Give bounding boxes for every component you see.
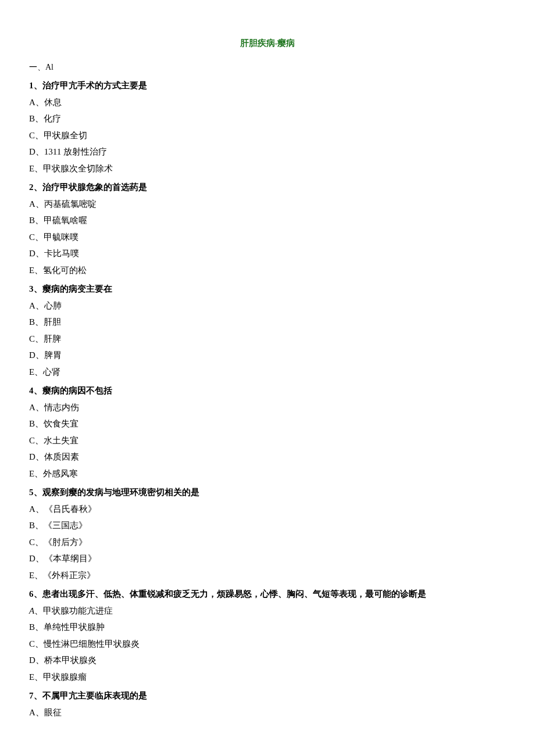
answer-option: D、桥本甲状腺炎 <box>29 652 506 669</box>
answer-option: B、肝胆 <box>29 314 506 331</box>
question-stem: 2、治疗甲状腺危象的首选药是 <box>29 179 506 196</box>
question-stem: 3、瘿病的病变主要在 <box>29 281 506 298</box>
answer-option: B、饮食失宜 <box>29 415 506 432</box>
answer-option: E、甲状腺次全切除术 <box>29 160 506 177</box>
answer-option: D、1311 放射性治疗 <box>29 144 506 160</box>
answer-option: E、氢化可的松 <box>29 262 506 279</box>
answer-option: A、丙基硫氯嘧啶 <box>29 196 506 213</box>
question-stem: 7、不属甲亢主要临床表现的是 <box>29 687 506 704</box>
answer-option: B、化疗 <box>29 110 506 127</box>
question-stem: 5、观察到瘿的发病与地理环境密切相关的是 <box>29 484 506 501</box>
answer-option: A、心肺 <box>29 298 506 314</box>
option-letter-italic: A <box>29 606 34 615</box>
answer-option: E、甲状腺腺瘤 <box>29 669 506 686</box>
question-stem: 6、患者出现多汗、低热、体重锐减和疲乏无力，烦躁易怒，心悸、胸闷、气短等表现，最… <box>29 586 506 603</box>
answer-option: A、《吕氏春秋》 <box>29 501 506 518</box>
answer-option: A、甲状腺功能亢进症 <box>29 603 506 619</box>
answer-option: B、甲硫氧啥喔 <box>29 212 506 229</box>
answer-option: C、甲毓咪噗 <box>29 229 506 246</box>
section-label: 一、Al <box>29 60 506 76</box>
document-page: 肝胆疾病-瘿病 一、Al 1、治疗甲亢手术的方式主要是 A、休息 B、化疗 C、… <box>0 0 535 744</box>
answer-option: D、体质因素 <box>29 449 506 465</box>
answer-option: D、脾胃 <box>29 347 506 364</box>
answer-option: A、眼征 <box>29 704 506 721</box>
answer-option: E、心肾 <box>29 364 506 381</box>
answer-option: C、慢性淋巴细胞性甲状腺炎 <box>29 636 506 653</box>
answer-option: A、休息 <box>29 94 506 111</box>
answer-option: C、甲状腺全切 <box>29 127 506 144</box>
answer-option: A、情志内伤 <box>29 399 506 416</box>
answer-option: D、《本草纲目》 <box>29 550 506 567</box>
answer-option: C、《肘后方》 <box>29 534 506 551</box>
answer-option: E、《外科正宗》 <box>29 567 506 584</box>
question-stem: 4、瘿病的病因不包括 <box>29 382 506 399</box>
page-title: 肝胆疾病-瘿病 <box>29 35 506 52</box>
answer-option: E、外感风寒 <box>29 465 506 482</box>
answer-option: C、水土失宜 <box>29 432 506 449</box>
option-text: 、甲状腺功能亢进症 <box>34 606 113 615</box>
answer-option: B、单纯性甲状腺肿 <box>29 619 506 636</box>
answer-option: D、卡比马噗 <box>29 245 506 262</box>
answer-option: C、肝脾 <box>29 331 506 347</box>
question-stem: 1、治疗甲亢手术的方式主要是 <box>29 77 506 94</box>
answer-option: B、《三国志》 <box>29 517 506 534</box>
